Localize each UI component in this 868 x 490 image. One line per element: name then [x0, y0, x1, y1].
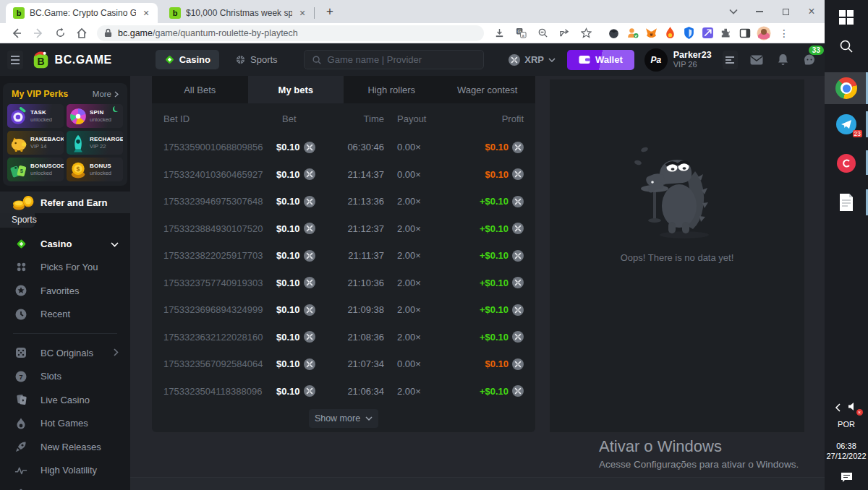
home-icon[interactable]: [73, 25, 90, 42]
maximize-button[interactable]: [773, 0, 799, 23]
user-avatar[interactable]: Pa: [644, 48, 668, 72]
forward-icon[interactable]: [30, 25, 47, 42]
zoom-icon[interactable]: [534, 25, 551, 42]
translate-icon[interactable]: Ga: [512, 25, 529, 42]
table-row[interactable]: 1753323884930107520$0.1021:12:372.00×+$0…: [152, 215, 535, 243]
sidebar-item-label: BC Originals: [41, 348, 93, 358]
tab-wager-contest[interactable]: Wager contest: [440, 76, 536, 103]
chat-icon[interactable]: 33: [801, 51, 817, 69]
taskbar-search-icon[interactable]: [825, 32, 868, 61]
sidebar-item-favorites[interactable]: Favorites: [0, 279, 130, 303]
reload-icon[interactable]: [51, 25, 69, 42]
vip-perk-recharge[interactable]: RECHARGEVIP 22: [67, 131, 123, 155]
inbox-mail-icon[interactable]: [749, 51, 765, 69]
empty-state-panel: Oops! There is no data yet!: [550, 79, 804, 432]
sidebar-item-picks-for-you[interactable]: Picks For You: [0, 256, 130, 280]
vip-perks-more-link[interactable]: More: [93, 90, 119, 98]
table-row[interactable]: 1753323757740919303$0.1021:10:362.00×+$0…: [152, 270, 535, 297]
shield-extension-icon[interactable]: [681, 25, 697, 41]
bcgame-logo[interactable]: B BC.GAME: [32, 51, 112, 69]
tray-expand-chevron-icon[interactable]: [835, 403, 841, 412]
table-row[interactable]: 1753323504118388096$0.1021:06:342.00×+$0…: [152, 378, 535, 405]
sidebar-item-slots[interactable]: 7Slots: [0, 365, 130, 389]
share-icon[interactable]: [556, 25, 573, 42]
sidebar-item-high-volatility[interactable]: High Volatility: [0, 459, 130, 483]
purple-arrow-extension-icon[interactable]: [699, 25, 715, 41]
clock-time[interactable]: 06:38: [836, 442, 856, 450]
user-profile[interactable]: Pa Parker23 VIP 26: [644, 48, 712, 72]
tab-close-icon[interactable]: ×: [140, 7, 152, 19]
new-tab-button[interactable]: +: [320, 2, 339, 21]
sidebar-item-hot-games[interactable]: Hot Games: [0, 412, 130, 436]
address-bar[interactable]: bc.game/game/quantum-roulette-by-playtec…: [97, 25, 484, 41]
taskbar-telegram-icon[interactable]: 23: [825, 110, 868, 139]
metamask-icon[interactable]: [643, 25, 659, 41]
volume-muted-icon[interactable]: ×: [848, 401, 859, 414]
table-row[interactable]: 1753324010360465927$0.1021:14:370.00×$0.…: [152, 161, 535, 189]
sidebar-item-bc-originals[interactable]: BC Originals: [0, 341, 130, 365]
bcgame-favicon: b: [169, 7, 181, 19]
wallet-icon: [579, 55, 590, 64]
language-indicator[interactable]: POR: [838, 420, 855, 429]
profit-value: $0.10: [485, 169, 509, 180]
extensions-puzzle-icon[interactable]: [718, 25, 734, 41]
telegram-badge: 23: [853, 130, 862, 137]
vip-perk-rakeback[interactable]: RAKEBACKVIP 14: [7, 131, 64, 155]
currency-selector[interactable]: XRP: [509, 54, 556, 66]
wallet-button[interactable]: Wallet: [567, 50, 634, 70]
sidebar-item-feature-buy-in[interactable]: Feature Buy-in: [0, 482, 130, 490]
vip-perk-bonuscode[interactable]: $BONUSCODEunlocked: [7, 158, 64, 181]
hamburger-menu-icon[interactable]: [7, 51, 23, 69]
browser-tab-promo[interactable]: b $10,000 Christmas week special ×: [162, 3, 314, 23]
show-more-button[interactable]: Show more: [309, 409, 378, 428]
dart-icon: [9, 107, 28, 126]
table-row[interactable]: 1753323696894324999$0.1021:09:382.00×+$0…: [152, 296, 535, 324]
coin-icon: $: [69, 160, 88, 179]
vip-perk-bonus[interactable]: $BONUSunlocked: [67, 158, 123, 181]
header-casino-button[interactable]: Casino: [156, 50, 219, 69]
vip-perk-spin[interactable]: SPINunlocked: [67, 104, 123, 128]
flame-extension-icon[interactable]: [662, 25, 678, 41]
bookmark-star-icon[interactable]: [577, 25, 595, 42]
chevron-down-icon: [548, 58, 556, 62]
table-row[interactable]: 1753359001068809856$0.1006:30:460.00×$0.…: [152, 134, 535, 161]
game-search-input[interactable]: Game name | Provider: [304, 50, 485, 69]
browser-tab-bcgame[interactable]: b BC.Game: Crypto Casino Games ×: [6, 3, 158, 23]
table-row[interactable]: 1753323632122028160$0.1021:08:362.00×+$0…: [152, 324, 535, 351]
header-sports-button[interactable]: Sports: [226, 50, 286, 69]
sidebar-item-recent[interactable]: Recent: [0, 303, 130, 327]
download-icon[interactable]: [490, 25, 508, 42]
taskbar-notepad-icon[interactable]: [825, 188, 868, 217]
tab-search-chevron-icon[interactable]: [720, 0, 746, 23]
coins-icon: [12, 194, 35, 211]
taskbar-chrome-icon[interactable]: [825, 72, 868, 104]
profile-avatar[interactable]: [756, 25, 772, 41]
sidebar-item-live-casino[interactable]: Live Casino: [0, 388, 130, 412]
sidebar-item-new-releases[interactable]: New Releases: [0, 435, 130, 459]
close-window-button[interactable]: ×: [799, 0, 825, 23]
perk-name: RECHARGE: [90, 136, 123, 143]
tab-all-bets[interactable]: All Bets: [152, 76, 248, 103]
tab-close-icon[interactable]: ×: [297, 7, 308, 19]
sidebar-item-casino[interactable]: Casino: [0, 232, 130, 256]
vip-perk-task[interactable]: TASKunlocked: [7, 104, 64, 128]
extension-person-icon[interactable]: [624, 25, 640, 41]
clock-date[interactable]: 27/12/2022: [826, 452, 866, 460]
action-center-icon[interactable]: [841, 472, 853, 483]
table-row[interactable]: 1753323822025917703$0.1021:11:372.00×+$0…: [152, 242, 535, 270]
notifications-bell-icon[interactable]: [775, 51, 791, 69]
tab-my-bets[interactable]: My bets: [248, 76, 344, 103]
back-icon[interactable]: [8, 25, 25, 42]
bets-tabs: All BetsMy betsHigh rollersWager contest: [152, 76, 535, 103]
side-panel-icon[interactable]: [737, 25, 753, 41]
browser-menu-icon[interactable]: ⋮: [775, 25, 793, 42]
start-button[interactable]: [825, 3, 868, 32]
table-row[interactable]: 1753323567092584064$0.1021:07:340.00×$0.…: [152, 351, 535, 378]
minimize-button[interactable]: [746, 0, 773, 23]
refer-and-earn-banner[interactable]: Refer and Earn: [0, 192, 130, 213]
tab-high-rollers[interactable]: High rollers: [344, 76, 440, 103]
bet-list-icon[interactable]: [723, 51, 739, 69]
extension-dark-icon[interactable]: [605, 25, 621, 41]
taskbar-red-app-icon[interactable]: [825, 149, 868, 178]
table-row[interactable]: 1753323946975307648$0.1021:13:362.00×+$0…: [152, 188, 535, 215]
